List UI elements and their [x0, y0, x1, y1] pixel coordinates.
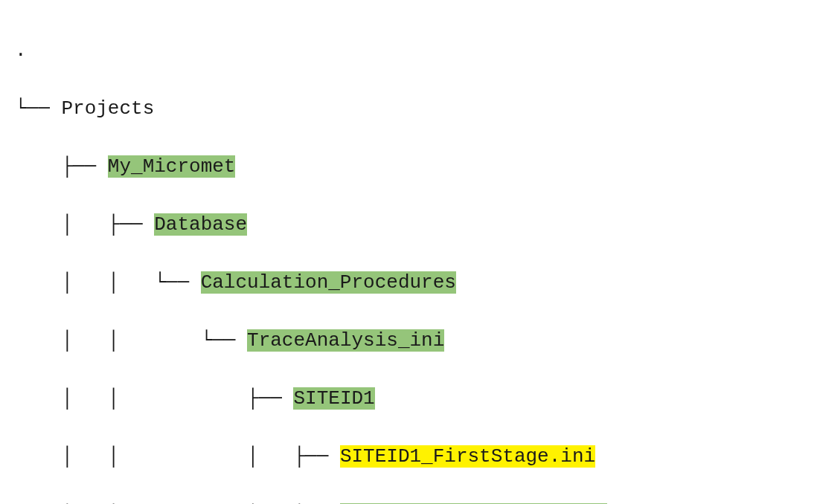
tree-row-calculation-procedures: │ │ └── Calculation_Procedures [15, 268, 802, 297]
my-micromet-label: My_Micromet [108, 155, 236, 178]
tree-row-projects: └── Projects [15, 94, 802, 123]
projects-label: Projects [61, 97, 154, 120]
tree-row-database: │ ├── Database [15, 210, 802, 239]
siteid1-firststage-ini-label: SITEID1_FirstStage.ini [340, 445, 595, 468]
tree-row-siteid1-firststage: │ │ │ ├── SITEID1_FirstStage.ini [15, 442, 802, 471]
database-label: Database [154, 213, 247, 236]
dot-label: . [15, 39, 27, 62]
traceanalysis-ini-label: TraceAnalysis_ini [247, 329, 444, 352]
directory-tree: . └── Projects ├── My_Micromet │ ├── Dat… [15, 7, 802, 504]
calculation-procedures-label: Calculation_Procedures [201, 271, 456, 294]
tree-root-dot: . [15, 36, 802, 65]
tree-row-traceanalysis-ini: │ │ └── TraceAnalysis_ini [15, 326, 802, 355]
tree-row-template-firststage: │ │ │ ├── TEMPLATE_FirstStage.ini [15, 500, 802, 504]
siteid1-label: SITEID1 [293, 387, 374, 410]
tree-row-siteid1: │ │ ├── SITEID1 [15, 384, 802, 413]
tree-row-my-micromet: ├── My_Micromet [15, 152, 802, 181]
